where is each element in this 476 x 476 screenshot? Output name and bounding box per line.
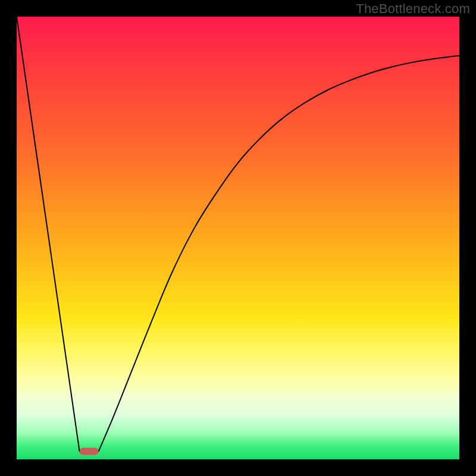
optimal-marker [80, 448, 99, 455]
watermark-text: TheBottleneck.com [356, 1, 470, 17]
chart-frame: TheBottleneck.com [0, 0, 476, 476]
curve-right-ascent [99, 55, 459, 451]
curve-left-descent [17, 17, 80, 452]
chart-svg [17, 17, 459, 459]
plot-area [17, 17, 459, 459]
